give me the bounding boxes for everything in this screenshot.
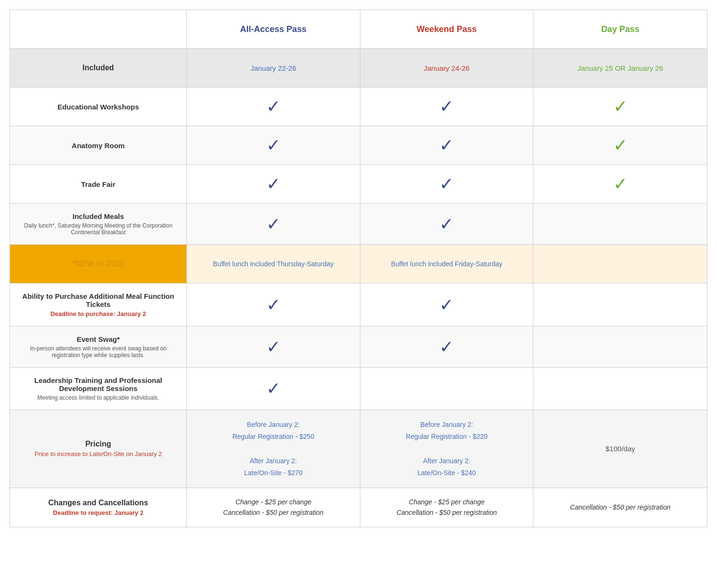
- ability-deadline: Deadline to purchase: January 2: [50, 310, 146, 317]
- included-col3: January 24-26: [360, 49, 534, 87]
- check-icon: ✓: [266, 380, 281, 397]
- pricing-col2-line2: Regular Registration - $250: [232, 433, 314, 440]
- pricing-col2-line1: Before January 2:: [247, 421, 300, 428]
- educational-workshops-col2: ✓: [187, 87, 360, 126]
- leadership-row: Leadership Training and Professional Dev…: [10, 368, 707, 410]
- pricing-label-cell: Pricing Price to increase to Late/On-Sit…: [10, 410, 187, 488]
- check-icon: ✓: [266, 175, 281, 193]
- check-icon: ✓: [439, 98, 454, 115]
- included-meals-col4: [533, 204, 707, 244]
- new2025-label-cell: *NEW in 2025: [10, 245, 187, 283]
- header-row: All-Access Pass Weekend Pass Day Pass: [10, 10, 707, 49]
- included-col4: January 25 OR January 26: [533, 49, 707, 87]
- changes-col2-detail: Change - $25 per change Cancellation - $…: [223, 497, 324, 518]
- educational-workshops-row: Educational Workshops ✓ ✓ ✓: [10, 87, 707, 126]
- check-icon: ✓: [439, 216, 454, 233]
- included-date-weekend: January 24-26: [424, 64, 470, 72]
- header-col2: All-Access Pass: [187, 10, 360, 48]
- included-col2: January 22-26: [187, 49, 360, 87]
- included-meals-col3: ✓: [360, 204, 534, 244]
- new2025-row: *NEW in 2025 Buffet lunch included Thurs…: [10, 245, 707, 283]
- educational-workshops-label: Educational Workshops: [57, 103, 139, 111]
- ability-col4: [533, 283, 707, 326]
- changes-col3: Change - $25 per change Cancellation - $…: [360, 488, 534, 527]
- new2025-col3-text: Buffet lunch included Friday-Saturday: [391, 260, 502, 268]
- anatomy-room-col4: ✓: [533, 126, 707, 164]
- new2025-col2-text: Buffet lunch included Thursday-Saturday: [213, 260, 334, 268]
- pricing-col4: $100/day: [533, 410, 707, 488]
- pricing-col2-line3: After January 2:: [250, 457, 297, 465]
- eventswag-col3: ✓: [360, 327, 534, 367]
- pricing-col2-line4: Late/On-Site - $270: [244, 469, 303, 477]
- pricing-col2: Before January 2: Regular Registration -…: [187, 410, 360, 488]
- check-icon: ✓: [266, 296, 281, 314]
- check-icon: ✓: [266, 338, 281, 356]
- new2025-col4: [533, 245, 707, 283]
- check-icon: ✓: [439, 338, 454, 356]
- day-header: Day Pass: [601, 24, 640, 34]
- pricing-col3-line4: Late/On-Site - $240: [417, 469, 476, 477]
- pricing-subtitle: Price to increase to Late/On-Site on Jan…: [34, 450, 162, 457]
- pricing-col3-line3: After January 2:: [423, 457, 470, 465]
- new2025-col2: Buffet lunch included Thursday-Saturday: [187, 245, 360, 283]
- eventswag-col4: [533, 327, 707, 367]
- trade-fair-col3: ✓: [360, 165, 534, 203]
- new2025-col3: Buffet lunch included Friday-Saturday: [360, 245, 534, 283]
- trade-fair-label-cell: Trade Fair: [10, 165, 187, 203]
- ability-col2: ✓: [187, 283, 360, 326]
- leadership-col3: [360, 368, 534, 410]
- ability-row: Ability to Purchase Additional Meal Func…: [10, 283, 707, 327]
- anatomy-room-label-cell: Anatomy Room: [10, 126, 187, 164]
- eventswag-label: Event Swag*: [76, 335, 120, 343]
- eventswag-row: Event Swag* In-person attendees will rec…: [10, 327, 707, 368]
- anatomy-room-label: Anatomy Room: [72, 142, 125, 150]
- pricing-col3-line1: Before January 2:: [420, 421, 473, 428]
- leadership-label: Leadership Training and Professional Dev…: [18, 376, 179, 392]
- changes-col2-line2: Cancellation - $50 per registration: [223, 509, 324, 516]
- included-label-cell: Included: [10, 49, 187, 87]
- included-label: Included: [83, 64, 114, 72]
- pricing-row: Pricing Price to increase to Late/On-Sit…: [10, 410, 707, 488]
- trade-fair-row: Trade Fair ✓ ✓ ✓: [10, 165, 707, 204]
- leadership-label-cell: Leadership Training and Professional Dev…: [10, 368, 187, 410]
- check-icon: ✓: [439, 296, 454, 314]
- ability-label: Ability to Purchase Additional Meal Func…: [18, 292, 179, 308]
- educational-workshops-col3: ✓: [360, 87, 534, 126]
- eventswag-label-cell: Event Swag* In-person attendees will rec…: [10, 327, 187, 367]
- leadership-col4: [533, 368, 707, 410]
- educational-workshops-col4: ✓: [533, 87, 707, 126]
- leadership-sublabel: Meeting access limited to applicable ind…: [37, 394, 159, 401]
- trade-fair-label: Trade Fair: [81, 180, 116, 188]
- included-meals-col2: ✓: [187, 204, 360, 244]
- check-icon: ✓: [266, 98, 281, 115]
- included-meals-label-cell: Included Meals Daily lunch*, Saturday Mo…: [10, 204, 187, 244]
- educational-workshops-label-cell: Educational Workshops: [10, 87, 187, 126]
- changes-row: Changes and Cancellations Deadline to re…: [10, 488, 707, 527]
- pricing-day-value: $100/day: [606, 445, 635, 453]
- ability-label-cell: Ability to Purchase Additional Meal Func…: [10, 283, 187, 326]
- changes-col4: Cancellation - $50 per registration: [533, 488, 707, 527]
- ability-col3: ✓: [360, 283, 534, 326]
- check-icon: ✓: [439, 175, 454, 193]
- anatomy-room-col3: ✓: [360, 126, 534, 164]
- pricing-label: Pricing: [85, 440, 111, 448]
- included-meals-label: Included Meals: [73, 212, 124, 220]
- check-icon: ✓: [266, 216, 281, 233]
- trade-fair-col4: ✓: [533, 165, 707, 203]
- included-row: Included January 22-26 January 24-26 Jan…: [10, 49, 707, 87]
- included-meals-row: Included Meals Daily lunch*, Saturday Mo…: [10, 204, 707, 245]
- pricing-col3: Before January 2: Regular Registration -…: [360, 410, 534, 488]
- changes-col4-text: Cancellation - $50 per registration: [570, 502, 671, 512]
- check-icon: ✓: [613, 175, 628, 193]
- check-icon: ✓: [613, 98, 628, 115]
- check-icon: ✓: [439, 137, 454, 154]
- anatomy-room-col2: ✓: [187, 126, 360, 164]
- pricing-col3-detail: Before January 2: Regular Registration -…: [406, 419, 488, 479]
- new2025-label: *NEW in 2025: [72, 259, 124, 269]
- header-col3: Weekend Pass: [360, 10, 534, 48]
- weekend-header: Weekend Pass: [417, 24, 477, 34]
- leadership-col2: ✓: [187, 368, 360, 410]
- changes-label-cell: Changes and Cancellations Deadline to re…: [10, 488, 187, 527]
- header-col1: [10, 10, 187, 48]
- changes-col3-line2: Cancellation - $50 per registration: [396, 509, 497, 516]
